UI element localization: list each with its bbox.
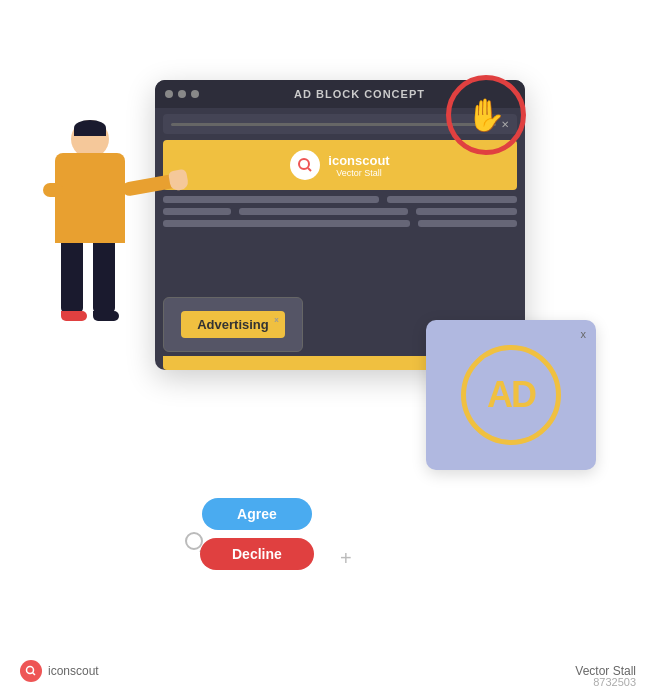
footer-watermarks: iconscout Vector Stall (0, 660, 656, 682)
content-line (163, 208, 231, 215)
content-row-1 (163, 196, 517, 203)
iconscout-footer-logo (20, 660, 42, 682)
person-hair (74, 120, 106, 136)
person-shoe-right (93, 311, 119, 321)
svg-point-2 (27, 667, 34, 674)
item-number: 8732503 (593, 676, 636, 688)
ad-popup-small: Advertising x (163, 297, 303, 352)
window-dot-2 (178, 90, 186, 98)
content-line (416, 208, 517, 215)
popup-close-icon[interactable]: x (274, 315, 278, 324)
decline-button[interactable]: Decline (200, 538, 314, 570)
person-leg-right (93, 243, 115, 313)
content-line (387, 196, 517, 203)
buttons-area: Agree Decline (200, 498, 314, 570)
ad-circle: AD (461, 345, 561, 445)
hand-icon: ✋ (466, 96, 506, 134)
person-figure (55, 120, 125, 321)
plus-icon: + (340, 547, 352, 570)
agree-button[interactable]: Agree (202, 498, 312, 530)
content-line (163, 220, 410, 227)
advertising-label: Advertising x (181, 311, 285, 338)
iconscout-footer: iconscout (20, 660, 99, 682)
iconscout-footer-label: iconscout (48, 664, 99, 678)
content-row-3 (163, 220, 517, 227)
content-line (239, 208, 408, 215)
person-leg-left (61, 243, 83, 313)
window-dot-3 (191, 90, 199, 98)
content-line (163, 196, 379, 203)
svg-point-0 (299, 159, 309, 169)
watermark-text: iconscout Vector Stall (328, 153, 389, 178)
content-row-2 (163, 208, 517, 215)
window-dot-1 (165, 90, 173, 98)
stop-icon-circle: ✋ (446, 75, 526, 155)
brand-sub: Vector Stall (336, 168, 382, 178)
scene: AD BLOCK CONCEPT ✕ iconscout Vector Stal… (0, 0, 656, 700)
ad-close-icon[interactable]: x (581, 328, 587, 340)
ad-popup-large: x AD (426, 320, 596, 470)
browser-content (163, 196, 517, 227)
ad-label: AD (487, 374, 535, 416)
brand-name: iconscout (328, 153, 389, 168)
content-line (418, 220, 517, 227)
person-body (55, 153, 125, 243)
person-shoe-left (61, 311, 87, 321)
person-arm-left (43, 183, 63, 197)
person-legs (55, 243, 125, 321)
svg-line-3 (33, 673, 36, 676)
svg-line-1 (308, 168, 311, 171)
iconscout-logo (290, 150, 320, 180)
